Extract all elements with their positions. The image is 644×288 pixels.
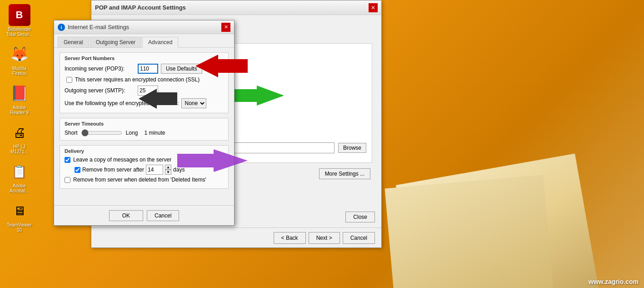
adobe-reader-label: Adobe Reader 9	[6, 105, 33, 115]
more-settings-button[interactable]: More Settings ...	[319, 168, 370, 179]
timeout-row: Short Long 1 minute	[65, 129, 224, 136]
tab-general[interactable]: General	[58, 37, 89, 47]
timeout-value: 1 minute	[144, 130, 165, 136]
teamviewer-icon-box: 🖥	[9, 200, 30, 222]
main-dialog-close-button[interactable]: ✕	[369, 3, 378, 12]
sidebar-icon-adobe-reader[interactable]: 📕 Adobe Reader 9	[4, 81, 35, 117]
close-section: Close	[345, 212, 375, 222]
server-timeouts-section: Server Timeouts Short Long 1 minute	[60, 118, 229, 141]
spin-up-button[interactable]: ▲	[165, 165, 171, 170]
red-arrow	[177, 55, 250, 79]
bitdefender-icon-box: B	[9, 4, 30, 26]
timeout-slider[interactable]	[81, 129, 122, 136]
remove-after-checkbox[interactable]	[75, 167, 80, 173]
close-button[interactable]: Close	[345, 212, 375, 222]
watermark: www.zagrio.com	[589, 278, 639, 285]
teamviewer-label: TeamViewer 10	[6, 222, 33, 232]
main-dialog-titlebar: POP and IMAP Account Settings ✕	[91, 0, 381, 15]
bitdefender-letter: B	[16, 9, 23, 21]
remove-deleted-row: Remove from server when deleted from 'De…	[65, 177, 224, 183]
sidebar-icon-firefox[interactable]: 🦊 Mozilla Firefox	[4, 41, 35, 78]
hp-icon-box: 🖨	[9, 121, 30, 143]
email-dialog-app-icon: i	[58, 24, 65, 31]
main-dialog-footer: < Back Next > Cancel	[91, 227, 381, 248]
tab-advanced[interactable]: Advanced	[142, 37, 178, 48]
decor-shape-2	[385, 175, 553, 288]
remove-after-label: Remove from server after	[82, 167, 144, 173]
encrypt-select[interactable]: None SSL TLS	[181, 98, 206, 108]
adobe-acrobat-label: Adobe Acrobat...	[6, 183, 33, 193]
black-arrow-svg	[134, 89, 180, 109]
leave-copy-label: Leave a copy of messages on the server	[73, 157, 171, 163]
tab-outgoing-server[interactable]: Outgoing Server	[90, 37, 141, 47]
next-button[interactable]: Next >	[309, 232, 340, 244]
outgoing-server-label: Outgoing server (SMTP):	[65, 87, 135, 94]
ssl-checkbox[interactable]	[66, 77, 72, 83]
email-dialog-footer: OK Cancel	[54, 205, 234, 225]
browse-button[interactable]: Browse	[338, 143, 366, 153]
email-settings-dialog: i Internet E-mail Settings ✕ General Out…	[54, 20, 235, 226]
purple-arrow	[177, 149, 250, 173]
cancel-button[interactable]: Cancel	[343, 232, 375, 244]
svg-marker-3	[230, 86, 284, 106]
tab-bar: General Outgoing Server Advanced	[54, 34, 234, 47]
email-dialog-title-area: i Internet E-mail Settings	[58, 24, 129, 31]
svg-marker-1	[195, 55, 248, 77]
purple-arrow-svg	[177, 149, 250, 172]
adobe-acrobat-icon-box: 📋	[9, 161, 30, 182]
incoming-server-input[interactable]	[138, 64, 158, 74]
svg-marker-2	[139, 89, 177, 109]
sidebar-icon-bitdefender[interactable]: B Bitdefender Total Secur...	[4, 2, 35, 39]
long-label: Long	[126, 130, 138, 136]
server-timeouts-legend: Server Timeouts	[65, 121, 224, 126]
email-dialog-title-text: Internet E-mail Settings	[68, 24, 129, 30]
email-dialog-close-button[interactable]: ✕	[221, 23, 230, 32]
leave-copy-checkbox[interactable]	[65, 157, 70, 163]
red-arrow-svg	[177, 55, 250, 77]
short-label: Short	[65, 130, 78, 136]
cancel-dialog-button[interactable]: Cancel	[147, 210, 179, 221]
adobe-reader-icon-box: 📕	[9, 82, 30, 104]
desktop-sidebar: B Bitdefender Total Secur... 🦊 Mozilla F…	[0, 0, 39, 288]
ok-button[interactable]: OK	[109, 210, 143, 221]
remove-deleted-checkbox[interactable]	[65, 177, 70, 183]
remove-deleted-label: Remove from server when deleted from 'De…	[73, 177, 206, 183]
svg-marker-4	[177, 149, 248, 172]
black-arrow	[134, 89, 180, 110]
back-button[interactable]: < Back	[274, 232, 306, 244]
spin-buttons: ▲ ▼	[165, 165, 171, 175]
green-arrow-svg	[230, 86, 289, 106]
green-arrow	[230, 86, 289, 107]
sidebar-icon-adobe-acrobat[interactable]: 📋 Adobe Acrobat...	[4, 159, 35, 195]
sidebar-icon-hp[interactable]: 🖨 HP LJ M1271...	[4, 120, 35, 156]
incoming-server-label: Incoming server (POP3):	[65, 66, 135, 72]
email-dialog-titlebar: i Internet E-mail Settings ✕	[54, 20, 234, 34]
firefox-label: Mozilla Firefox	[6, 66, 33, 76]
firefox-icon-box: 🦊	[9, 43, 30, 65]
hp-label: HP LJ M1271...	[6, 144, 33, 154]
main-dialog-title: POP and IMAP Account Settings	[95, 4, 186, 11]
sidebar-icon-teamviewer[interactable]: 🖥 TeamViewer 10	[4, 198, 35, 234]
days-input[interactable]	[146, 165, 163, 175]
spin-down-button[interactable]: ▼	[165, 170, 171, 175]
bitdefender-label: Bitdefender Total Secur...	[6, 27, 33, 37]
